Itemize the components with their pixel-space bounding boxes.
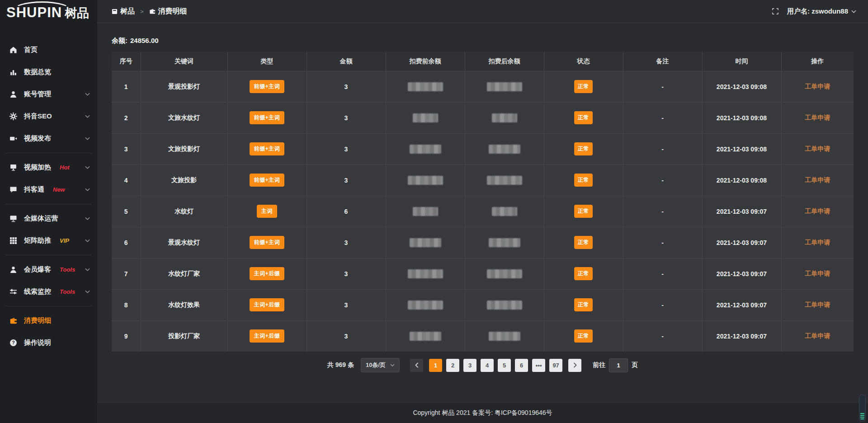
cell-balance-after	[465, 196, 544, 227]
breadcrumb: 树品 > 消费明细	[112, 7, 187, 16]
sidebar-menu: 首页 数据总览 账号管理 抖音SEO 视频发布	[0, 33, 97, 423]
sidebar-item-media-operation[interactable]: 全媒体运营	[0, 207, 97, 230]
cell-type: 主词+后缀	[227, 258, 307, 289]
cell-remark: -	[623, 227, 702, 258]
scrollbar-widget[interactable]	[859, 395, 866, 422]
masked-balance-after	[492, 207, 517, 216]
cell-remark: -	[623, 320, 702, 352]
breadcrumb-home[interactable]: 树品	[112, 7, 135, 16]
cell-index: 2	[112, 102, 141, 133]
cell-status: 正常	[544, 164, 623, 196]
work-order-link[interactable]: 工单申请	[805, 83, 830, 90]
cell-remark: -	[623, 71, 702, 102]
breadcrumb-current[interactable]: 消费明细	[149, 7, 187, 16]
cell-amount: 3	[307, 102, 386, 133]
username-label: 用户名: zswodun88	[787, 7, 848, 16]
cell-balance-after	[465, 102, 544, 133]
type-badge: 前缀+主词	[250, 142, 285, 155]
table-row: 3 文旅投影灯 前缀+主词 3 正常 - 2021-12-03 09:08 工单…	[112, 133, 854, 164]
col-index: 序号	[112, 52, 141, 71]
masked-balance-before	[408, 269, 443, 278]
masked-balance-before	[413, 207, 438, 216]
cell-status: 正常	[544, 71, 623, 102]
sidebar-item-home[interactable]: 首页	[0, 39, 97, 61]
copyright-text: Copyright 树品 2021 备案号: 粤ICP备09019646号	[413, 409, 552, 417]
sidebar-item-video-publish[interactable]: 视频发布	[0, 127, 97, 150]
table-row: 2 文旅水纹灯 前缀+主词 3 正常 - 2021-12-03 09:08 工单…	[112, 102, 854, 133]
question-icon: ?	[9, 339, 17, 347]
balance-value: 24856.00	[130, 37, 159, 44]
cell-action: 工单申请	[781, 258, 854, 289]
menu-divider	[5, 204, 92, 204]
balance: 余额:24856.00	[112, 37, 854, 45]
work-order-link[interactable]: 工单申请	[805, 145, 830, 152]
sidebar-item-data-overview[interactable]: 数据总览	[0, 61, 97, 83]
cell-type: 前缀+主词	[227, 227, 307, 258]
sidebar-item-label: 操作说明	[24, 338, 51, 347]
page-button-97[interactable]: 97	[549, 359, 562, 372]
chevron-down-icon	[85, 137, 90, 140]
sidebar-item-matrix-boost[interactable]: 矩阵助推 VIP	[0, 230, 97, 252]
cell-action: 工单申请	[781, 289, 854, 320]
cell-balance-after	[465, 320, 544, 352]
sidebar-item-label: 首页	[24, 46, 38, 54]
svg-text:?: ?	[12, 340, 14, 345]
page-button-4[interactable]: 4	[481, 359, 494, 372]
page-button-1[interactable]: 1	[429, 359, 442, 372]
sidebar-item-video-heat[interactable]: 视频加热 Hot	[0, 156, 97, 179]
work-order-link[interactable]: 工单申请	[805, 332, 830, 339]
table-row: 9 投影灯厂家 主词+后缀 3 正常 - 2021-12-03 09:07 工单…	[112, 320, 854, 352]
cell-status: 正常	[544, 289, 623, 320]
col-balance-before: 扣费前余额	[386, 52, 465, 71]
chevron-down-icon	[85, 217, 90, 220]
page-size-select[interactable]: 10条/页	[361, 358, 400, 372]
cell-remark: -	[623, 258, 702, 289]
work-order-link[interactable]: 工单申请	[805, 270, 830, 277]
cell-type: 主词+后缀	[227, 320, 307, 352]
masked-balance-after	[489, 145, 520, 154]
hot-badge: Hot	[60, 164, 70, 171]
user-menu[interactable]: 用户名: zswodun88	[787, 7, 856, 16]
cell-status: 正常	[544, 258, 623, 289]
type-badge: 前缀+主词	[250, 236, 285, 249]
page-ellipsis-button[interactable]: •••	[532, 359, 545, 372]
work-order-link[interactable]: 工单申请	[805, 114, 830, 121]
col-balance-after: 扣费后余额	[465, 52, 544, 71]
cell-balance-after	[465, 227, 544, 258]
page-button-2[interactable]: 2	[446, 359, 459, 372]
sidebar-item-consumption-detail[interactable]: 消费明细	[0, 310, 97, 332]
status-badge: 正常	[574, 80, 593, 93]
sidebar-item-lead-monitor[interactable]: 线索监控 Tools	[0, 281, 97, 303]
work-order-link[interactable]: 工单申请	[805, 176, 830, 183]
work-order-link[interactable]: 工单申请	[805, 301, 830, 308]
cell-amount: 3	[307, 227, 386, 258]
work-order-link[interactable]: 工单申请	[805, 207, 830, 215]
pagination-total: 共 969 条	[327, 361, 354, 369]
page-button-6[interactable]: 6	[515, 359, 528, 372]
cell-status: 正常	[544, 196, 623, 227]
sidebar-item-member-burst[interactable]: 会员爆客 Tools	[0, 258, 97, 281]
fullscreen-icon[interactable]	[772, 8, 779, 15]
page-button-5[interactable]: 5	[498, 359, 511, 372]
next-page-button[interactable]	[568, 359, 581, 372]
page-button-3[interactable]: 3	[463, 359, 476, 372]
cell-remark: -	[623, 164, 702, 196]
tools-badge: Tools	[60, 288, 75, 295]
masked-balance-after	[487, 301, 522, 310]
status-badge: 正常	[574, 205, 593, 218]
sidebar-item-douketong[interactable]: 抖客通 New	[0, 179, 97, 201]
goto-label: 前往	[593, 361, 605, 369]
chevron-down-icon	[85, 268, 90, 271]
goto-page-input[interactable]	[609, 358, 628, 372]
wallet-icon	[9, 317, 17, 325]
sidebar-item-douyin-seo[interactable]: 抖音SEO	[0, 105, 97, 127]
prev-page-button[interactable]	[410, 359, 423, 372]
cell-time: 2021-12-03 09:08	[702, 102, 781, 133]
work-order-link[interactable]: 工单申请	[805, 239, 830, 246]
type-badge: 主词+后缀	[250, 267, 285, 280]
cell-amount: 3	[307, 320, 386, 352]
sidebar-item-account[interactable]: 账号管理	[0, 83, 97, 105]
sidebar-item-instructions[interactable]: ? 操作说明	[0, 332, 97, 354]
app-window: SHUPIN树品 首页 数据总览 账号管理 抖音SEO	[0, 0, 868, 423]
video-icon	[9, 135, 17, 143]
